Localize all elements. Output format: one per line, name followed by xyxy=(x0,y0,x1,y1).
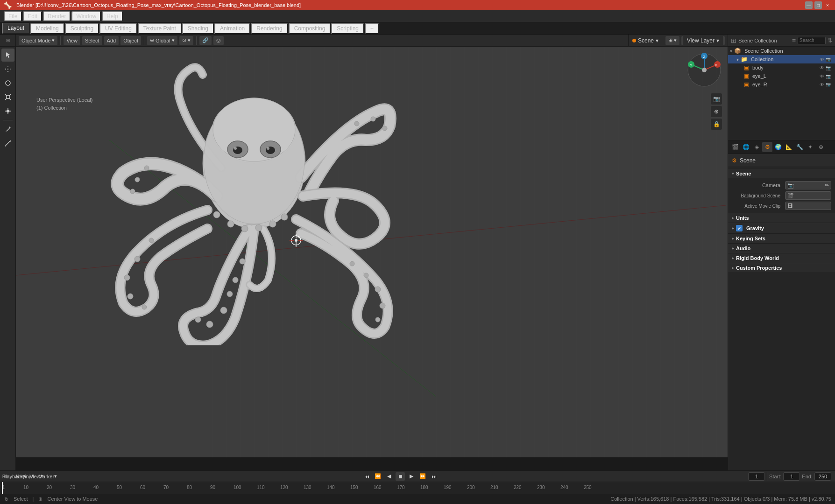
snapping-btn[interactable]: 🔗 xyxy=(199,36,212,45)
play-reverse-btn[interactable]: ◀ xyxy=(384,472,394,481)
marker-menu[interactable]: Marker ▾ xyxy=(43,472,52,481)
menu-file[interactable]: File xyxy=(4,11,22,21)
view-menu[interactable]: View xyxy=(64,36,80,45)
outliner-item-eye-l[interactable]: ▣ eye_L 👁 📷 xyxy=(728,72,835,80)
menu-edit[interactable]: Edit xyxy=(23,11,42,21)
rigid-body-section-header[interactable]: ▸ Rigid Body World xyxy=(728,253,835,263)
menu-render[interactable]: Render xyxy=(43,11,71,21)
tab-animation[interactable]: Animation xyxy=(214,23,250,34)
scale-icon xyxy=(4,93,12,101)
outliner-item-collection[interactable]: ▾ 📁 Collection 👁 📷 xyxy=(728,55,835,63)
prop-icon-scene[interactable]: ⚙ xyxy=(762,142,772,152)
svg-point-57 xyxy=(295,239,297,242)
camera-view-btn[interactable]: 📷 xyxy=(711,93,722,105)
outliner-item-eye-r[interactable]: ▣ eye_R 👁 📷 xyxy=(728,80,835,89)
movie-clip-row: Active Movie Clip 🎞 xyxy=(732,201,831,211)
tab-texture-paint[interactable]: Texture Paint xyxy=(138,23,182,34)
svg-point-44 xyxy=(241,225,248,232)
start-frame-input[interactable] xyxy=(783,472,800,481)
prop-icon-view-layer[interactable]: ◈ xyxy=(751,142,762,152)
end-frame-input[interactable] xyxy=(814,472,831,481)
prop-icon-output[interactable]: 🌐 xyxy=(741,142,751,152)
viewport-gizmo-container[interactable]: X Y Z xyxy=(686,51,723,89)
prop-icon-render[interactable]: 🎬 xyxy=(730,142,740,152)
transform-tool-btn[interactable] xyxy=(1,105,14,118)
close-button[interactable]: × xyxy=(824,1,831,9)
gravity-section-header[interactable]: ▸ ✓ Gravity xyxy=(728,223,835,233)
scene-collection-icon: 📦 xyxy=(734,48,741,54)
bg-scene-dropdown[interactable]: 🎬 xyxy=(785,191,831,200)
outliner-item-body[interactable]: ▣ body 👁 📷 xyxy=(728,63,835,72)
keying-sets-header[interactable]: ▸ Keying Sets xyxy=(728,234,835,243)
lock-camera-btn[interactable]: 🔒 xyxy=(711,119,722,130)
annotate-tool-btn[interactable] xyxy=(1,123,14,136)
prop-icon-physics[interactable]: ⊕ xyxy=(816,142,826,152)
audio-section-header[interactable]: ▸ Audio xyxy=(728,244,835,253)
prop-icon-world[interactable]: 🌍 xyxy=(773,142,783,152)
tab-rendering[interactable]: Rendering xyxy=(251,23,288,34)
pivot-icon: ⊙ xyxy=(182,37,186,43)
gravity-collapse-icon: ▸ xyxy=(732,226,734,231)
move-tool-btn[interactable] xyxy=(1,63,14,76)
movie-clip-label: Active Movie Clip xyxy=(732,203,783,209)
view-layer-badge[interactable]: View Layer ▾ xyxy=(683,35,723,47)
current-frame-input[interactable] xyxy=(748,472,765,481)
jump-to-end-btn[interactable]: ⏭ xyxy=(429,472,439,481)
units-section-header[interactable]: ▸ Units xyxy=(728,213,835,223)
tab-add[interactable]: + xyxy=(365,23,379,34)
menu-help[interactable]: Help xyxy=(102,11,123,21)
proportional-edit[interactable]: ◎ xyxy=(213,36,224,45)
stop-btn[interactable]: ⏹ xyxy=(396,472,405,481)
object-menu[interactable]: Object xyxy=(120,36,141,45)
timeline-ruler[interactable]: 1 10 20 30 40 50 60 70 80 90 100 110 120… xyxy=(0,482,835,494)
next-keyframe-btn[interactable]: ⏩ xyxy=(418,472,427,481)
gravity-checkbox[interactable]: ✓ xyxy=(736,225,743,231)
scene-badge[interactable]: Scene ▾ xyxy=(628,35,662,47)
rigid-body-label: Rigid Body World xyxy=(736,255,779,261)
measure-tool-btn[interactable] xyxy=(1,137,14,150)
focus-btn[interactable]: ⊕ xyxy=(711,106,722,117)
prev-keyframe-btn[interactable]: ⏪ xyxy=(373,472,382,481)
start-label: Start: xyxy=(769,474,781,479)
jump-to-start-btn[interactable]: ⏮ xyxy=(362,472,371,481)
maximize-button[interactable]: □ xyxy=(814,1,822,9)
outliner-search-input[interactable] xyxy=(798,37,826,44)
transform-orientations[interactable]: ⊕ Global ▾ xyxy=(147,36,177,45)
rotate-tool-btn[interactable] xyxy=(1,77,14,90)
transform-pivot[interactable]: ⊙ ▾ xyxy=(179,36,193,45)
svg-point-37 xyxy=(149,238,154,243)
camera-dropdown[interactable]: 📷 ✏ xyxy=(785,181,831,189)
menu-bar: File Edit Render Window Help xyxy=(0,10,835,22)
custom-properties-header[interactable]: ▸ Custom Properties xyxy=(728,263,835,273)
viewport-3d[interactable]: User Perspective (Local) (1) Collection … xyxy=(16,47,728,457)
outliner-sort-btn[interactable]: ⇅ xyxy=(828,37,832,44)
outliner-content: ▾ 📦 Scene Collection ▾ 📁 Collection 👁 📷 … xyxy=(728,47,835,140)
add-menu[interactable]: Add xyxy=(104,36,119,45)
outliner-item-scene-collection[interactable]: ▾ 📦 Scene Collection xyxy=(728,47,835,55)
mesh-icon-eye-l: ▣ xyxy=(744,73,749,79)
tab-scripting[interactable]: Scripting xyxy=(331,23,364,34)
tab-layout[interactable]: Layout xyxy=(2,23,30,34)
play-btn[interactable]: ▶ xyxy=(407,472,416,481)
select-tool-btn[interactable] xyxy=(1,49,14,62)
scene-section-header[interactable]: ▾ Scene xyxy=(728,169,835,178)
tab-modeling[interactable]: Modeling xyxy=(30,23,64,34)
camera-label: Camera xyxy=(732,182,783,188)
tab-uv-editing[interactable]: UV Editing xyxy=(99,23,137,34)
tab-sculpting[interactable]: Sculpting xyxy=(65,23,99,34)
prop-icon-modifier[interactable]: 🔧 xyxy=(794,142,805,152)
outliner-filter-btn[interactable]: ≡ xyxy=(792,37,796,44)
menu-window[interactable]: Window xyxy=(71,11,101,21)
keying-menu[interactable]: Keying ▾ xyxy=(21,472,30,481)
prop-icon-particles[interactable]: ✦ xyxy=(805,142,815,152)
movie-clip-dropdown[interactable]: 🎞 xyxy=(785,202,831,210)
minimize-button[interactable]: — xyxy=(805,1,813,9)
title-bar-controls[interactable]: — □ × xyxy=(805,1,831,9)
prop-icon-object[interactable]: 📐 xyxy=(784,142,794,152)
select-menu[interactable]: Select xyxy=(82,36,102,45)
tab-shading[interactable]: Shading xyxy=(182,23,214,34)
tab-compositing[interactable]: Compositing xyxy=(289,23,331,34)
object-mode-dropdown[interactable]: Object Mode ▾ xyxy=(19,36,57,45)
viewport-overlays[interactable]: ⊞ ▾ xyxy=(665,36,679,45)
scale-tool-btn[interactable] xyxy=(1,91,14,104)
